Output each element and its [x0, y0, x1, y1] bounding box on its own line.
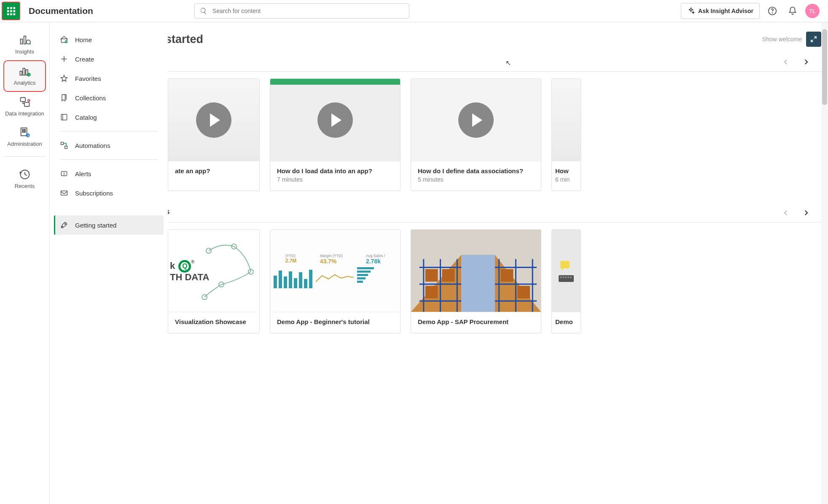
menu-favorites[interactable]: Favorites — [54, 69, 164, 88]
svg-rect-25 — [24, 131, 25, 132]
svg-rect-5 — [13, 10, 16, 12]
svg-rect-65 — [565, 276, 567, 278]
catalog-icon — [60, 113, 68, 121]
brand-text-1: k — [170, 260, 175, 271]
user-avatar[interactable]: TL — [805, 4, 820, 18]
videos-next-button[interactable] — [801, 57, 811, 67]
keyboard-chat-icon — [558, 258, 575, 284]
scrollbar[interactable] — [821, 22, 828, 504]
search-container[interactable] — [194, 3, 409, 19]
demo-card-3[interactable]: Demo — [551, 229, 581, 333]
menu-automations-label: Automations — [75, 142, 110, 149]
nav-administration[interactable]: Administration — [0, 122, 49, 153]
demo-card-1[interactable]: (YTD)2.7M Margin (YTD)43.7% Avg Sales /2… — [270, 229, 401, 333]
nav-analytics[interactable]: Analytics — [3, 60, 46, 92]
mini-bar-chart-icon — [274, 267, 312, 288]
video-card-2[interactable]: How do I define data associations? 5 min… — [411, 78, 541, 191]
svg-rect-7 — [10, 13, 12, 16]
chevron-left-icon — [782, 209, 790, 217]
video-duration: 7 minutes — [277, 176, 393, 183]
svg-rect-3 — [7, 10, 9, 12]
menu-catalog[interactable]: Catalog — [54, 107, 164, 127]
video-title: How — [555, 167, 577, 174]
svg-rect-14 — [20, 71, 22, 75]
page-header: started Show welcome — [168, 22, 821, 52]
video-title: ate an app? — [175, 167, 253, 174]
demo-title: Visualization Showcase — [175, 318, 253, 325]
demo-thumbnail: (YTD)2.7M Margin (YTD)43.7% Avg Sales /2… — [270, 230, 400, 312]
menu-create[interactable]: Create — [54, 49, 164, 69]
expand-welcome-button[interactable] — [806, 32, 821, 47]
svg-rect-4 — [10, 10, 12, 12]
svg-rect-57 — [442, 269, 455, 282]
demos-pager — [781, 205, 811, 218]
demos-prev-button[interactable] — [781, 208, 791, 218]
svg-rect-19 — [24, 102, 29, 106]
grid-icon — [6, 6, 16, 16]
svg-rect-18 — [20, 98, 25, 102]
nav-administration-label: Administration — [7, 141, 42, 147]
menu-spacer — [54, 203, 164, 215]
svg-rect-24 — [22, 131, 23, 132]
data-integration-icon — [19, 96, 31, 108]
mini-line-chart-icon — [316, 267, 354, 288]
svg-rect-35 — [61, 191, 67, 195]
nav-insights[interactable]: Insights — [0, 30, 49, 60]
video-duration: 6 min — [555, 176, 577, 183]
demo-card-0[interactable]: k Q® TH DATA Visualization Showcase — [168, 229, 260, 333]
video-card-1[interactable]: How do I load data into an app? 7 minute… — [270, 78, 401, 191]
topbar: Documentation Ask Insight Advisor TL — [0, 0, 828, 22]
help-icon — [768, 6, 777, 16]
nav-divider — [4, 156, 45, 157]
nav-recents-label: Recents — [15, 183, 35, 190]
svg-rect-64 — [562, 276, 564, 278]
menu-alerts[interactable]: Alerts — [54, 164, 164, 183]
demos-row-header: s — [168, 205, 821, 218]
demos-next-button[interactable] — [801, 208, 811, 218]
menu-collections-label: Collections — [75, 94, 106, 102]
chevron-right-icon — [802, 209, 810, 217]
search-input[interactable] — [212, 8, 404, 14]
nav-recents[interactable]: Recents — [0, 164, 49, 195]
ask-insight-advisor-button[interactable]: Ask Insight Advisor — [681, 3, 760, 19]
videos-prev-button[interactable] — [781, 57, 791, 67]
app-launcher-button[interactable] — [2, 2, 20, 20]
show-welcome: Show welcome — [762, 32, 821, 47]
kpi-value: 2.7M — [285, 258, 297, 264]
menu-getting-started[interactable]: Getting started — [54, 215, 164, 235]
video-title: How do I load data into an app? — [277, 167, 393, 174]
nav-analytics-label: Analytics — [13, 80, 35, 86]
avatar-initials: TL — [809, 8, 815, 14]
svg-rect-31 — [61, 142, 64, 145]
svg-rect-43 — [461, 255, 495, 312]
demo-title: Demo — [555, 318, 577, 325]
svg-rect-30 — [61, 114, 67, 120]
scrollbar-thumb[interactable] — [822, 29, 827, 105]
video-thumbnail — [552, 79, 581, 161]
video-card-3[interactable]: How 6 min — [551, 78, 581, 191]
video-card-0[interactable]: ate an app? — [168, 78, 260, 191]
svg-rect-66 — [567, 276, 569, 278]
demo-thumbnail — [411, 230, 541, 312]
menu-automations[interactable]: Automations — [54, 136, 164, 155]
nav-data-integration[interactable]: Data Integration — [0, 92, 49, 122]
demos-row: k Q® TH DATA Visualization Showcase — [168, 229, 821, 333]
svg-rect-23 — [24, 129, 25, 130]
svg-point-10 — [772, 13, 773, 13]
home-icon — [60, 35, 68, 44]
svg-rect-1 — [10, 7, 12, 9]
menu-collections[interactable]: Collections — [54, 88, 164, 107]
help-button[interactable] — [765, 3, 780, 19]
svg-rect-0 — [7, 7, 9, 9]
notifications-button[interactable] — [785, 3, 800, 19]
demo-thumbnail — [552, 230, 581, 312]
page-title: started — [168, 33, 203, 46]
menu-home[interactable]: Home — [54, 30, 164, 49]
bookmark-collection-icon — [60, 94, 68, 102]
secondary-nav: Home Create Favorites Collections Catalo… — [50, 22, 168, 504]
svg-rect-11 — [20, 39, 22, 44]
menu-subscriptions[interactable]: Subscriptions — [54, 183, 164, 203]
sparkle-icon — [687, 7, 695, 15]
demo-card-2[interactable]: Demo App - SAP Procurement — [411, 229, 541, 333]
ask-advisor-label: Ask Insight Advisor — [698, 8, 753, 14]
